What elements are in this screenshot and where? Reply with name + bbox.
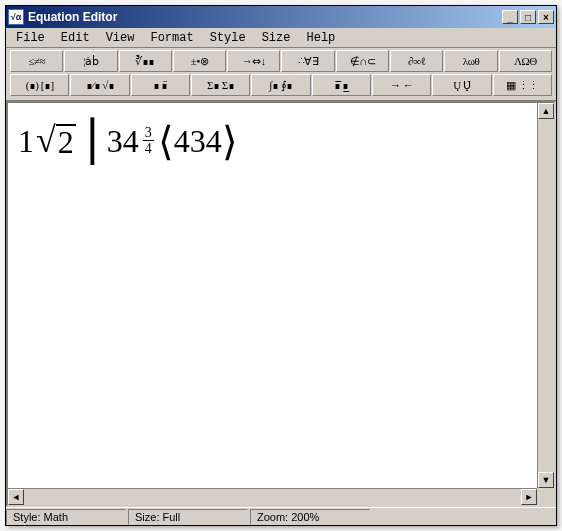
template-integral[interactable]: ∫∎ ∮∎ — [251, 74, 310, 96]
status-zoom-value: 200% — [291, 511, 319, 523]
radical-icon: √ — [36, 124, 56, 156]
equation-display[interactable]: 1 √ 2 ⎮ 34 3 4 ⟨ 434 ⟩ — [18, 123, 238, 160]
scroll-up-icon[interactable]: ▲ — [538, 103, 554, 119]
toolbar-row-2: (∎) [∎] ∎⁄∎ √∎ ∎ ∎̈ Σ∎ Σ∎ ∫∎ ∮∎ ∎̅ ∎̲ → … — [10, 74, 552, 96]
scroll-right-icon[interactable]: ► — [521, 489, 537, 505]
app-window: √α Equation Editor _ □ × File Edit View … — [5, 5, 557, 526]
palette-misc[interactable]: ∂∞ℓ — [390, 50, 443, 72]
menu-help[interactable]: Help — [298, 29, 343, 47]
right-angle-bracket-icon: ⟩ — [222, 128, 238, 156]
eq-sqrt-arg: 2 — [56, 124, 76, 160]
vertical-scrollbar[interactable]: ▲ ▼ — [537, 103, 554, 488]
toolbar: ≤≠≈ ¦ȧḃ ∛∎∎ ±•⊗ →⇔↓ ∴∀∃ ∉∩⊂ ∂∞ℓ λωθ ΛΩΘ … — [6, 48, 556, 101]
scroll-corner — [537, 488, 554, 505]
palette-arrows[interactable]: →⇔↓ — [227, 50, 280, 72]
scroll-down-icon[interactable]: ▼ — [538, 472, 554, 488]
eq-fraction: 3 4 — [143, 126, 154, 158]
toolbar-row-1: ≤≠≈ ¦ȧḃ ∛∎∎ ±•⊗ →⇔↓ ∴∀∃ ∉∩⊂ ∂∞ℓ λωθ ΛΩΘ — [10, 50, 552, 72]
template-sum[interactable]: Σ∎ Σ∎ — [191, 74, 250, 96]
menu-size[interactable]: Size — [254, 29, 299, 47]
eq-frac-num: 3 — [143, 126, 154, 141]
palette-relational[interactable]: ≤≠≈ — [10, 50, 63, 72]
horizontal-scrollbar[interactable]: ◄ ► — [8, 488, 537, 505]
status-bar: Style: Math Size: Full Zoom: 200% — [6, 507, 556, 525]
template-matrix[interactable]: ▦ ⋮⋮ — [493, 74, 552, 96]
maximize-button[interactable]: □ — [520, 10, 536, 24]
palette-set[interactable]: ∉∩⊂ — [336, 50, 389, 72]
app-icon: √α — [8, 9, 24, 25]
window-title: Equation Editor — [28, 10, 500, 24]
menu-view[interactable]: View — [98, 29, 143, 47]
status-style: Style: Math — [6, 509, 126, 525]
title-bar[interactable]: √α Equation Editor _ □ × — [6, 6, 556, 28]
menu-file[interactable]: File — [8, 29, 53, 47]
eq-frac-den: 4 — [143, 141, 154, 158]
status-zoom-label: Zoom: — [257, 511, 288, 523]
eq-mid: 34 — [107, 123, 139, 160]
template-frac-root[interactable]: ∎⁄∎ √∎ — [70, 74, 129, 96]
left-angle-bracket-icon: ⟨ — [158, 128, 174, 156]
status-size: Size: Full — [128, 509, 248, 525]
palette-logical[interactable]: ∴∀∃ — [281, 50, 334, 72]
menu-format[interactable]: Format — [142, 29, 201, 47]
equation-canvas[interactable]: 1 √ 2 ⎮ 34 3 4 ⟨ 434 ⟩ http://www.liangc… — [6, 101, 556, 507]
scroll-left-icon[interactable]: ◄ — [8, 489, 24, 505]
template-over-under[interactable]: ∎̅ ∎̲ — [312, 74, 371, 96]
status-zoom: Zoom: 200% — [250, 509, 370, 525]
integral-icon: ⎮ — [82, 126, 103, 158]
close-button[interactable]: × — [538, 10, 554, 24]
status-size-label: Size: — [135, 511, 159, 523]
palette-greek-upper[interactable]: ΛΩΘ — [499, 50, 552, 72]
template-labeled-arrow[interactable]: → ← — [372, 74, 431, 96]
status-style-value: Math — [44, 511, 68, 523]
template-sub-sup[interactable]: ∎ ∎̈ — [131, 74, 190, 96]
palette-embellish[interactable]: ∛∎∎ — [119, 50, 172, 72]
canvas-container: 1 √ 2 ⎮ 34 3 4 ⟨ 434 ⟩ http://www.liangc… — [6, 101, 556, 507]
template-products[interactable]: Ų Ų̇ — [432, 74, 491, 96]
minimize-button[interactable]: _ — [502, 10, 518, 24]
menu-style[interactable]: Style — [202, 29, 254, 47]
palette-greek-lower[interactable]: λωθ — [444, 50, 497, 72]
eq-sqrt: √ 2 — [36, 124, 76, 160]
template-fences[interactable]: (∎) [∎] — [10, 74, 69, 96]
palette-operators[interactable]: ±•⊗ — [173, 50, 226, 72]
eq-coefficient: 1 — [18, 123, 34, 160]
status-size-value: Full — [163, 511, 181, 523]
menu-edit[interactable]: Edit — [53, 29, 98, 47]
menu-bar: File Edit View Format Style Size Help — [6, 28, 556, 48]
eq-bracket-val: 434 — [174, 123, 222, 160]
status-style-label: Style: — [13, 511, 41, 523]
palette-spaces[interactable]: ¦ȧḃ — [64, 50, 117, 72]
